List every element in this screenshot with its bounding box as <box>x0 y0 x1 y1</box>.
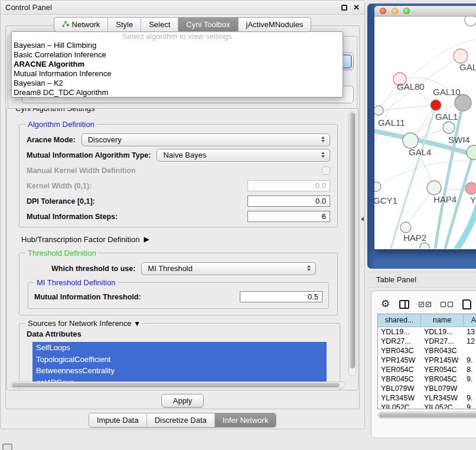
network-view-panel: GALGAL80GAL10GAL11GAL1SWI4GAL4GCY1HAP4YH… <box>367 4 476 269</box>
network-node[interactable] <box>374 106 383 115</box>
settings-vertical-scrollbar[interactable] <box>348 112 356 376</box>
table-row[interactable]: YER054CYER054C8. <box>378 365 476 374</box>
threshold-definition-title: Threshold Definition <box>25 249 99 257</box>
which-threshold-combobox[interactable]: MI Threshold <box>141 262 316 275</box>
manual-kernel-checkbox[interactable] <box>322 167 330 175</box>
dpi-tolerance-field[interactable] <box>247 195 330 207</box>
column-header-shared-[interactable]: shared... <box>378 314 421 327</box>
table-row[interactable]: YIL052CYIL052C9. <box>378 403 476 409</box>
bottom-tabs: Impute DataDiscretize DataInfer Network <box>89 413 276 428</box>
aracne-mode-label: Aracne Mode: <box>27 136 76 144</box>
attribute-item[interactable]: SelfLoops <box>32 342 327 354</box>
table-cell: YDL19... <box>421 327 464 337</box>
mi-threshold-label: Mutual Information Threshold: <box>34 293 141 301</box>
mi-type-value: Naive Bayes <box>163 151 206 159</box>
table-row[interactable]: YBR043CYBR043C <box>378 346 476 356</box>
table-row[interactable]: YBR045CYBR045C9. <box>378 374 476 384</box>
expander-right-icon: ▶ <box>144 235 149 243</box>
table-horizontal-scrollbar[interactable] <box>377 412 476 419</box>
node-label-gal4: GAL4 <box>409 147 431 157</box>
table-row[interactable]: YDL19...YDL19...13 <box>378 327 476 337</box>
panel-collapse-arrow-icon[interactable] <box>361 217 364 221</box>
minimize-traffic-light-icon[interactable] <box>392 8 398 14</box>
network-node[interactable] <box>454 49 468 63</box>
table-window: ⚙ ✓✓ shared...nameA YDL19...YDL19...13YD… <box>371 291 476 438</box>
algorithm-option-dream8-dc-tdc-algorithm[interactable]: Dream8 DC_TDC Algorithm <box>12 88 343 97</box>
network-edge <box>457 201 476 249</box>
mi-threshold-field[interactable] <box>240 291 322 302</box>
tab-jactivemnodules[interactable]: jActiveMNodules <box>239 18 311 31</box>
network-node[interactable] <box>427 181 441 195</box>
table-header-row: shared...nameA <box>378 314 476 327</box>
table-row[interactable]: YBL079WYBL079W <box>378 384 476 393</box>
algorithm-option-bayesian-hill-climbing[interactable]: Bayesian – Hill Climbing <box>12 41 343 50</box>
network-node[interactable] <box>455 94 471 111</box>
kernel-width-field[interactable] <box>247 180 330 191</box>
table-cell: 9. <box>464 374 476 384</box>
network-node[interactable] <box>443 122 455 133</box>
aracne-mode-combobox[interactable]: Discovery <box>81 133 330 146</box>
tab-discretize-data[interactable]: Discretize Data <box>147 413 215 427</box>
table-cell: YBR043C <box>378 346 421 356</box>
network-node[interactable] <box>374 182 381 191</box>
table-cell: YLR345W <box>378 393 421 403</box>
network-node[interactable] <box>420 243 429 249</box>
column-header-name[interactable]: name <box>421 314 464 327</box>
cyni-algorithm-settings-group: Cyni Algorithm Settings Algorithm Defini… <box>6 108 358 390</box>
algorithm-option-aracne-algorithm[interactable]: ARACNE Algorithm <box>12 60 343 69</box>
mi-threshold-definition-title: MI Threshold Definition <box>34 278 118 287</box>
table-row[interactable]: YPR145WYPR145W9. <box>378 356 476 365</box>
table-panel-title: Table Panel <box>376 275 416 284</box>
node-label-gal10: GAL10 <box>433 87 461 97</box>
columns-icon[interactable] <box>399 300 409 309</box>
network-graph-canvas[interactable]: GALGAL80GAL10GAL11GAL1SWI4GAL4GCY1HAP4YH… <box>374 17 476 249</box>
node-label-gal11: GAL11 <box>378 118 405 128</box>
close-icon[interactable]: ✕ <box>353 5 360 11</box>
corner-panel-icon[interactable] <box>2 444 12 450</box>
table-cell: YBL079W <box>378 384 421 393</box>
hub-definition-expander[interactable]: Hub/Transcription Factor Definition ▶ <box>21 234 341 244</box>
deselect-all-columns-icon[interactable] <box>441 302 453 307</box>
close-traffic-light-icon[interactable] <box>380 8 386 14</box>
mi-threshold-definition-group: MI Threshold Definition Mutual Informati… <box>28 282 329 309</box>
network-node[interactable] <box>465 17 476 26</box>
tab-cyni-toolbox[interactable]: Cyni Toolbox <box>178 18 238 31</box>
tab-select[interactable]: Select <box>141 18 178 31</box>
tab-impute-data[interactable]: Impute Data <box>89 413 147 427</box>
which-threshold-label: Which threshold to use: <box>51 265 135 273</box>
network-node[interactable] <box>465 182 476 194</box>
tab-infer-network[interactable]: Infer Network <box>215 413 276 427</box>
combo-arrows-icon <box>307 265 311 271</box>
network-node[interactable] <box>467 145 476 159</box>
settings-horizontal-scrollbar[interactable] <box>10 381 345 389</box>
table-cell: YBR045C <box>378 374 421 384</box>
algorithm-option-basic-correlation-inference[interactable]: Basic Correlation Inference <box>12 50 343 60</box>
table-row[interactable]: YLR345WYLR345W9. <box>378 393 476 403</box>
tab-label: Impute Data <box>97 416 139 425</box>
algorithm-option-bayesian-k2[interactable]: Bayesian – K2 <box>12 79 343 88</box>
tab-network[interactable]: Network <box>54 18 109 31</box>
table-body: YDL19...YDL19...13YDR27...YDR27...12YBR0… <box>378 327 476 409</box>
column-header-a[interactable]: A <box>464 314 476 327</box>
export-table-icon[interactable] <box>462 299 471 309</box>
attribute-item[interactable]: TopologicalCoefficient <box>32 354 327 366</box>
select-all-columns-icon[interactable]: ✓✓ <box>419 302 431 307</box>
tab-style[interactable]: Style <box>108 18 141 31</box>
zoom-traffic-light-icon[interactable] <box>403 8 410 14</box>
network-node[interactable] <box>400 222 411 233</box>
network-node[interactable] <box>431 100 441 110</box>
apply-button[interactable]: Apply <box>161 394 204 407</box>
attribute-item[interactable]: BetweennessCentrality <box>32 365 327 377</box>
sources-group-title[interactable]: Sources for Network Inference ▼ <box>25 319 143 328</box>
mi-type-combobox[interactable]: Naive Bayes <box>157 149 330 162</box>
mi-steps-field[interactable] <box>247 211 330 222</box>
table-cell <box>464 346 476 356</box>
float-window-icon[interactable] <box>341 5 347 11</box>
algorithm-option-mutual-information-inference[interactable]: Mutual Information Inference <box>12 69 343 79</box>
network-node[interactable] <box>403 133 418 148</box>
table-cell: YBL079W <box>421 384 464 393</box>
manual-kernel-label: Manual Kernel Width Definition <box>27 167 136 175</box>
gear-icon[interactable]: ⚙ <box>381 299 390 309</box>
table-cell: 9. <box>464 393 476 403</box>
table-row[interactable]: YDR27...YDR27...12 <box>378 337 476 346</box>
